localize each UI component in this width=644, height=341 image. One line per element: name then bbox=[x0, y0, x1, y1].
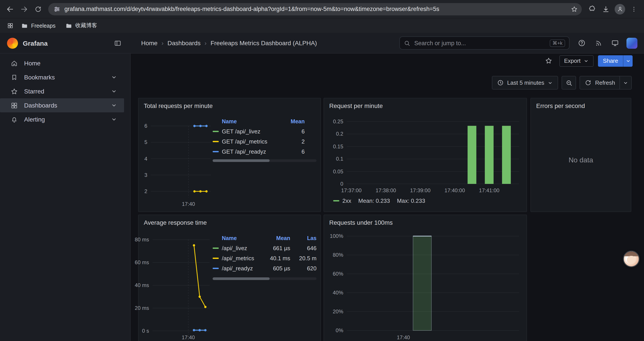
search-input[interactable]: Search or jump to... ⌘+k bbox=[400, 37, 570, 50]
apps-grid-icon bbox=[7, 22, 13, 29]
reload-button[interactable] bbox=[32, 3, 45, 16]
avatar-face bbox=[627, 256, 636, 263]
sidebar-item-alerting[interactable]: Alerting bbox=[0, 112, 124, 126]
legend-col-header[interactable]: Mean bbox=[276, 119, 305, 125]
export-button[interactable]: Export bbox=[559, 55, 594, 67]
star-icon bbox=[571, 6, 578, 13]
time-range-picker[interactable]: Last 5 minutes bbox=[492, 76, 558, 90]
extensions-button[interactable] bbox=[585, 3, 598, 16]
sidebar-item-starred[interactable]: Starred bbox=[0, 84, 124, 98]
display-button[interactable] bbox=[609, 37, 621, 49]
legend-row[interactable]: /api/_readyz605 µs620 bbox=[212, 263, 316, 273]
browser-toolbar: grafana.mathmast.com/d/deytv4rwavabkb/fr… bbox=[0, 0, 644, 18]
legend-col-header[interactable]: Mean bbox=[261, 235, 290, 241]
legend-row[interactable]: GET /api/_metrics2 bbox=[212, 137, 316, 147]
profile-button[interactable] bbox=[613, 3, 626, 16]
legend-value: 20.5 m bbox=[290, 255, 316, 261]
nav-icons bbox=[576, 37, 644, 49]
user-menu-button[interactable] bbox=[626, 37, 638, 49]
series-name: /api/_metrics bbox=[222, 255, 254, 261]
panel-total-requests-per-minute: Total requests per minute 6543217:40Name… bbox=[138, 98, 321, 212]
browser-menu-button[interactable] bbox=[627, 3, 640, 16]
sidebar-item-bookmarks[interactable]: Bookmarks bbox=[0, 70, 124, 84]
sidebar-item-home[interactable]: Home bbox=[0, 56, 124, 70]
legend-row[interactable]: GET /api/_livez6 bbox=[212, 126, 316, 137]
downloads-button[interactable] bbox=[599, 3, 612, 16]
dashboard-toolbar: Export Share bbox=[542, 54, 632, 68]
series-name: /api/_livez bbox=[222, 245, 247, 251]
legend-stat: Max: 0.233 bbox=[397, 197, 425, 204]
chevron-down-icon bbox=[111, 102, 117, 108]
under-plot-area[interactable] bbox=[324, 215, 528, 341]
legend-col-header[interactable]: Name bbox=[212, 119, 276, 125]
panel-errors-per-second: Errors per second No data bbox=[530, 98, 631, 212]
breadcrumb-item[interactable]: Dashboards bbox=[168, 40, 200, 47]
help-icon bbox=[578, 39, 586, 47]
kebab-menu-icon bbox=[630, 6, 638, 13]
brand: Grafana bbox=[0, 37, 131, 49]
bookmark-page-button[interactable] bbox=[568, 3, 580, 15]
zoom-out-button[interactable] bbox=[562, 76, 576, 90]
bookmark-item[interactable]: Freeleaps bbox=[18, 21, 59, 31]
panel-title[interactable]: Errors per second bbox=[531, 98, 631, 112]
refresh-interval-button[interactable] bbox=[620, 76, 631, 89]
legend-col-header[interactable]: Las bbox=[290, 235, 316, 241]
legend-scrollbar[interactable] bbox=[212, 159, 316, 162]
mega-menu-toggle[interactable] bbox=[111, 37, 124, 49]
legend-scrollbar[interactable] bbox=[212, 277, 316, 280]
panel-left-icon bbox=[114, 39, 121, 47]
bookmark-label: 收藏博客 bbox=[75, 22, 97, 30]
legend-series[interactable]: /api/_livez bbox=[212, 245, 261, 251]
bookmark-item[interactable]: 收藏博客 bbox=[62, 20, 100, 31]
legend-row[interactable]: /api/_metrics40.1 ms20.5 m bbox=[212, 253, 316, 263]
rpm-plot-area[interactable] bbox=[324, 98, 528, 212]
series-name: GET /api/_metrics bbox=[222, 138, 268, 145]
share-menu-button[interactable] bbox=[623, 55, 632, 67]
url-text[interactable]: grafana.mathmast.com/d/deytv4rwavabkb/fr… bbox=[64, 6, 565, 12]
scrollbar-thumb[interactable] bbox=[212, 159, 270, 162]
chevron-down-icon bbox=[625, 58, 631, 63]
clock-icon bbox=[497, 80, 504, 86]
bookmark-label: Freeleaps bbox=[31, 23, 56, 29]
chevron-down-icon bbox=[111, 74, 117, 80]
share-label[interactable]: Share bbox=[598, 55, 623, 67]
help-button[interactable] bbox=[576, 37, 588, 49]
breadcrumb-item[interactable]: Freeleaps Metrics Dashboard (ALPHA) bbox=[210, 40, 317, 47]
breadcrumb-separator: › bbox=[162, 40, 164, 47]
legend-value: 620 bbox=[290, 265, 316, 272]
series-color-icon bbox=[212, 268, 219, 269]
news-button[interactable] bbox=[592, 37, 604, 49]
share-button[interactable]: Share bbox=[598, 55, 632, 67]
legend-series[interactable]: /api/_metrics bbox=[212, 255, 261, 261]
site-info-icon[interactable] bbox=[54, 6, 60, 13]
bookmarks-bar: Freeleaps收藏博客 bbox=[0, 18, 644, 33]
forward-button[interactable] bbox=[18, 3, 31, 16]
sidebar-item-dashboards[interactable]: Dashboards bbox=[0, 98, 124, 112]
legend-row[interactable]: /api/_livez661 µs646 bbox=[212, 243, 316, 253]
legend-table: NameMeanLas/api/_livez661 µs646/api/_met… bbox=[212, 233, 316, 273]
grafana-logo[interactable] bbox=[7, 38, 18, 49]
legend-series[interactable]: GET /api/_metrics bbox=[212, 138, 276, 145]
legend-value: 2 bbox=[276, 138, 305, 145]
assistant-avatar[interactable] bbox=[623, 251, 640, 267]
apps-grid-button[interactable] bbox=[4, 20, 16, 31]
legend-value: 605 µs bbox=[261, 265, 290, 272]
url-bar[interactable]: grafana.mathmast.com/d/deytv4rwavabkb/fr… bbox=[48, 3, 582, 15]
legend-series[interactable]: GET /api/_readyz bbox=[212, 148, 276, 155]
folder-icon bbox=[21, 22, 28, 29]
legend-series[interactable]: /api/_readyz bbox=[212, 265, 261, 272]
user-avatar bbox=[626, 38, 637, 49]
refresh-button[interactable]: Refresh bbox=[580, 76, 632, 90]
series-color-icon bbox=[212, 247, 219, 249]
legend-series[interactable]: 2xx bbox=[333, 197, 351, 204]
legend-col-header[interactable]: Name bbox=[212, 235, 261, 241]
scrollbar-thumb[interactable] bbox=[212, 277, 270, 280]
bell-icon bbox=[10, 116, 18, 123]
legend-row[interactable]: GET /api/_readyz6 bbox=[212, 147, 316, 157]
reload-icon bbox=[35, 6, 42, 13]
legend-series[interactable]: GET /api/_livez bbox=[212, 128, 276, 135]
back-button[interactable] bbox=[4, 3, 17, 16]
favorite-dashboard-button[interactable] bbox=[542, 55, 555, 67]
breadcrumb-item[interactable]: Home bbox=[141, 40, 158, 47]
bookmark-list: Freeleaps收藏博客 bbox=[18, 20, 100, 31]
